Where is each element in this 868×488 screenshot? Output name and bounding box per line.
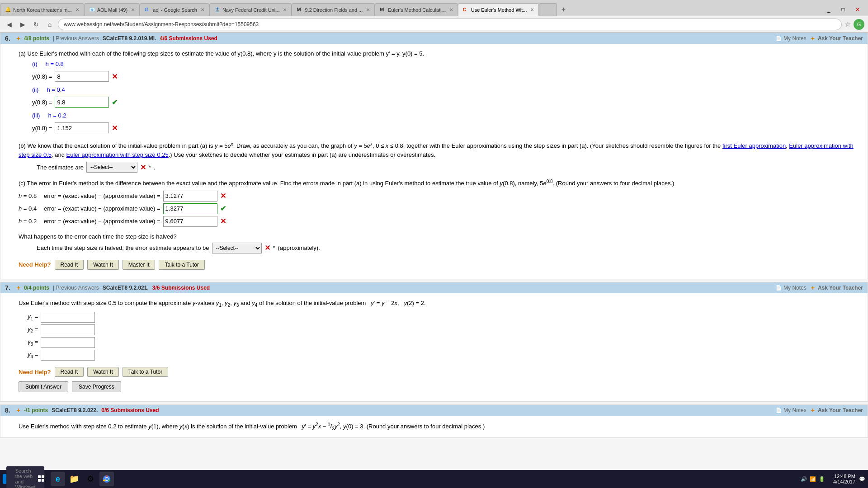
volume-icon[interactable]: 🔊 — [801, 476, 807, 482]
y4-input[interactable] — [41, 350, 95, 361]
tab-euler-calc[interactable]: M Euler's Method Calculati... ✕ — [375, 3, 458, 16]
restore-button[interactable]: □ — [836, 3, 850, 16]
err-h04-input[interactable] — [163, 203, 217, 214]
y1-label: y1 = — [28, 313, 38, 321]
q6-header-right: 📄 My Notes + Ask Your Teacher — [775, 35, 863, 42]
home-button[interactable]: ⌂ — [44, 19, 55, 30]
euler-step-0-25-link[interactable]: Euler approximation with step size 0.25 — [66, 151, 169, 158]
q6-read-it-button[interactable]: Read It — [55, 260, 84, 270]
q6-number: 6. — [5, 35, 10, 42]
settings-icon[interactable]: ⚙ — [83, 472, 98, 484]
q6-need-help-label: Need Help? — [19, 261, 51, 268]
edge-browser-icon[interactable]: e — [51, 472, 65, 484]
svg-rect-0 — [38, 475, 41, 478]
tab-euler-active[interactable]: C Use Euler's Method Wit... ✕ — [458, 3, 539, 16]
tab-close-icon[interactable]: ✕ — [75, 7, 79, 12]
main-content: 6. + 4/8 points | Previous Answers SCalc… — [0, 33, 868, 484]
tab-direction-fields[interactable]: M 9.2 Direction Fields and ... ✕ — [292, 3, 375, 16]
forward-button[interactable]: ▶ — [17, 19, 28, 30]
profile-icon[interactable]: G — [854, 19, 864, 30]
q8-ask-teacher-link[interactable]: + Ask Your Teacher — [811, 407, 863, 414]
y3-input[interactable] — [41, 337, 95, 348]
tab-close-icon[interactable]: ✕ — [366, 7, 370, 12]
what-happens-text: What happens to the error each time the … — [19, 233, 859, 240]
question-6-header: 6. + 4/8 points | Previous Answers SCalc… — [0, 33, 868, 44]
q7-read-it-button[interactable]: Read It — [55, 367, 84, 377]
q6-master-it-button[interactable]: Master It — [123, 260, 156, 270]
q6-part-ii-h: h = 0.4 — [47, 86, 65, 93]
q7-points: 0/4 points — [24, 285, 49, 291]
tab-close-icon[interactable]: ✕ — [201, 7, 204, 12]
err-h08-status: ✕ — [220, 192, 226, 200]
q6-part-i-input[interactable] — [55, 71, 109, 82]
q6-submissions: 4/6 Submissions Used — [160, 35, 217, 42]
tab-close-icon[interactable]: ✕ — [449, 7, 453, 12]
tab-bar: 🔔 North Korea threatens m... ✕ 📧 AOL Mai… — [0, 0, 868, 16]
err-h08-input[interactable] — [163, 191, 217, 202]
y1-row: y1 = — [28, 312, 859, 323]
q6-part-ii: (ii) h = 0.4 — [32, 86, 859, 93]
err-h02-input[interactable] — [163, 216, 217, 227]
y1-input[interactable] — [41, 312, 95, 323]
q6-talk-tutor-button[interactable]: Talk to a Tutor — [159, 260, 204, 270]
q6-part-iii-input[interactable] — [55, 122, 109, 133]
q6-ask-teacher-link[interactable]: + Ask Your Teacher — [811, 35, 863, 42]
tab-close-icon[interactable]: ✕ — [131, 7, 135, 12]
q8-arrow-icon: + — [17, 407, 20, 414]
new-tab-button[interactable]: + — [557, 3, 570, 16]
tab-empty[interactable] — [539, 3, 557, 16]
tab-aol-mail[interactable]: 📧 AOL Mail (49) ✕ — [84, 3, 140, 16]
task-view-button[interactable] — [34, 472, 49, 484]
q6-part-ii-input[interactable] — [55, 97, 109, 108]
tab-google[interactable]: G aol - Google Search ✕ — [140, 3, 209, 16]
action-center-icon[interactable]: 💬 — [859, 476, 865, 482]
q8-my-notes-link[interactable]: 📄 My Notes — [775, 407, 807, 413]
submit-answer-button[interactable]: Submit Answer — [19, 381, 68, 392]
browser-window: 🔔 North Korea threatens m... ✕ 📧 AOL Mai… — [0, 0, 868, 33]
close-button[interactable]: ✕ — [851, 3, 864, 16]
tab-close-icon[interactable]: ✕ — [283, 7, 287, 12]
q7-arrow-icon: + — [17, 284, 20, 291]
q7-ask-teacher-link[interactable]: + Ask Your Teacher — [811, 284, 863, 291]
back-button[interactable]: ◀ — [4, 19, 14, 30]
chrome-icon[interactable] — [99, 472, 114, 484]
tab-favicon-navy: 🏦 — [214, 7, 221, 13]
estimates-select[interactable]: --Select-- underestimates overestimates — [86, 162, 137, 173]
q7-action-buttons: Submit Answer Save Progress — [19, 381, 859, 392]
err-h02-row: h = 0.2 error = (exact value) − (approxi… — [19, 216, 859, 227]
tab-navy-federal[interactable]: 🏦 Navy Federal Credit Uni... ✕ — [209, 3, 292, 16]
save-progress-button[interactable]: Save Progress — [72, 381, 121, 392]
err-h04-status: ✔ — [220, 204, 226, 213]
q6-watch-it-button[interactable]: Watch It — [87, 260, 119, 270]
q7-need-help-label: Need Help? — [19, 369, 51, 375]
each-time-select[interactable]: --Select-- halved quartered doubled — [212, 243, 262, 253]
y2-input[interactable] — [41, 324, 95, 335]
file-explorer-icon[interactable]: 📁 — [67, 472, 81, 484]
first-euler-approx-link[interactable]: first Euler approximation — [722, 142, 786, 149]
q6-prev-answers: | Previous Answers — [53, 35, 99, 42]
svg-rect-3 — [42, 479, 44, 482]
battery-icon[interactable]: 🔋 — [819, 476, 825, 482]
question-7-block: 7. + 0/4 points | Previous Answers SCalc… — [0, 282, 868, 402]
svg-rect-1 — [42, 475, 44, 478]
plus-icon: + — [811, 35, 815, 42]
q7-my-notes-link[interactable]: 📄 My Notes — [775, 285, 807, 291]
network-icon[interactable]: 📶 — [810, 476, 816, 482]
y4-row: y4 = — [28, 350, 859, 361]
address-input[interactable]: www.webassign.net/web/Student/Assignment… — [58, 19, 842, 30]
tab-north-korea[interactable]: 🔔 North Korea threatens m... ✕ — [0, 3, 84, 16]
time-display: 12:48 PM — [833, 474, 855, 479]
err-h08-label: h = 0.8 — [19, 192, 41, 199]
clock[interactable]: 12:48 PM 4/14/2017 — [833, 474, 855, 484]
refresh-button[interactable]: ↻ — [31, 19, 42, 30]
tab-close-icon[interactable]: ✕ — [530, 7, 534, 12]
q6-arrow-icon: + — [17, 35, 20, 42]
q8-number: 8. — [5, 407, 10, 414]
q6-my-notes-link[interactable]: 📄 My Notes — [775, 35, 807, 42]
q7-talk-tutor-button[interactable]: Talk to a Tutor — [123, 367, 168, 377]
search-taskbar[interactable]: Search the web and Windows — [18, 472, 33, 484]
q7-watch-it-button[interactable]: Watch It — [87, 367, 119, 377]
bookmark-star-icon[interactable]: ☆ — [844, 20, 851, 28]
each-time-end: (approximately). — [278, 244, 320, 251]
minimize-button[interactable]: _ — [822, 3, 835, 16]
